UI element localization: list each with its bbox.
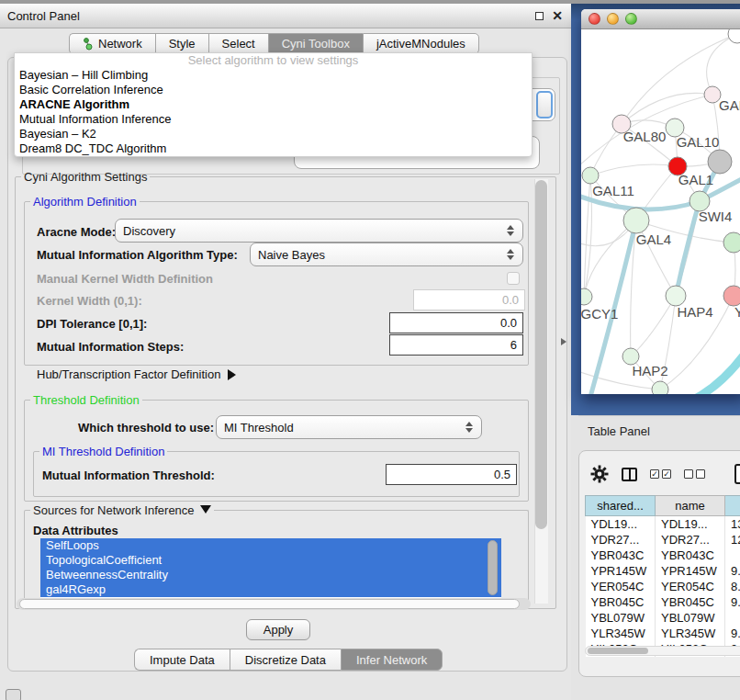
attribute-item[interactable]: BetweennessCentrality (40, 568, 501, 582)
kernel-width-field[interactable] (413, 289, 525, 310)
settings-vscroll-thumb[interactable] (535, 180, 547, 529)
table-hscroll-track[interactable] (585, 646, 740, 656)
network-edge (695, 344, 740, 394)
network-edge (584, 175, 591, 297)
table-cell: YBR045C (586, 594, 656, 610)
checkbox-checked-icon: ✓ (662, 469, 671, 479)
table-cell: 12 (725, 532, 740, 548)
dropdown-item[interactable]: ARACNE Algorithm (15, 97, 532, 112)
mi-steps-field[interactable] (389, 334, 523, 356)
tab-jactivemnodules[interactable]: jActiveMNodules (363, 33, 479, 54)
table-cell (725, 548, 740, 563)
table-hscroll-thumb[interactable] (588, 648, 648, 654)
node-label: GCY1 (581, 306, 618, 322)
table-cell: YPR145W (586, 563, 656, 579)
window-zoom-button[interactable] (625, 13, 637, 25)
network-window-titlebar (581, 9, 740, 29)
hub-section-toggle[interactable]: Hub/Transcription Factor Definition (37, 367, 236, 381)
dropdown-prompt: Select algorithm to view settings (15, 53, 532, 68)
apply-button[interactable]: Apply (246, 619, 310, 640)
manual-kernel-checkbox[interactable] (507, 272, 520, 285)
network-edge (590, 164, 678, 175)
aracne-mode-combo[interactable]: Discovery (115, 219, 523, 243)
manual-kernel-label: Manual Kernel Width Definition (37, 272, 213, 286)
node-label: GAL80 (623, 129, 667, 144)
mi-type-combo[interactable]: Naive Bayes (250, 243, 523, 266)
dpi-tolerance-label: DPI Tolerance [0,1]: (37, 317, 147, 331)
sources-toggle[interactable]: Sources for Network Inference (30, 503, 214, 517)
network-graph[interactable]: GAL80GAL10GAL1GAL11SWI4GAL4GCY1HAP4HAP2G… (581, 29, 740, 394)
tab-style[interactable]: Style (155, 33, 208, 54)
table-row[interactable]: YDR27...YDR27...12 (586, 532, 740, 548)
network-node[interactable] (708, 150, 732, 174)
mi-threshold-field[interactable] (386, 464, 517, 485)
attribute-item[interactable]: SelfLoops (40, 538, 501, 553)
table-row[interactable]: YBR045CYBR045C9. (586, 594, 740, 610)
node-table: shared...nameYDL19...YDL19...13YDR27...Y… (585, 495, 740, 657)
dpi-tolerance-field[interactable] (389, 312, 523, 333)
table-toolbar: ✓ ✓ (590, 462, 740, 486)
table-row[interactable]: YER054CYER054C8. (586, 579, 740, 594)
window-minimize-button[interactable] (607, 13, 619, 25)
table-row[interactable]: YBL079WYBL079W (586, 610, 740, 626)
dropdown-item[interactable]: Bayesian – K2 (15, 127, 532, 141)
tab-select[interactable]: Select (208, 33, 268, 54)
deselect-all-columns-button[interactable] (684, 469, 705, 479)
settings-hscroll-thumb[interactable] (19, 599, 520, 609)
table-row[interactable]: YPR145WYPR145W9. (586, 563, 740, 579)
bottom-tab-infer-network[interactable]: Infer Network (341, 649, 443, 671)
tab-cyni-toolbox[interactable]: Cyni Toolbox (268, 33, 363, 54)
bottom-tab-impute-data[interactable]: Impute Data (134, 649, 230, 671)
panel-collapse-icon[interactable] (561, 338, 566, 345)
node-label: GAL11 (592, 183, 634, 198)
tab-network[interactable]: Network (69, 33, 155, 54)
aracne-mode-label: Aracne Mode: (37, 225, 116, 239)
corner-chip-icon[interactable] (6, 689, 21, 700)
table-row[interactable]: YDL19...YDL19...13 (586, 516, 740, 532)
attribute-item[interactable]: gal4RGexp (40, 582, 501, 597)
network-node[interactable] (623, 208, 649, 233)
network-node[interactable] (582, 167, 599, 184)
dropdown-item[interactable]: Bayesian – Hill Climbing (15, 68, 532, 83)
close-panel-button[interactable]: ✕ (551, 9, 564, 22)
dropdown-item[interactable]: Mutual Information Inference (15, 112, 532, 127)
network-node[interactable] (723, 232, 740, 253)
table-cell: YBR043C (656, 548, 725, 563)
checkbox-checked-icon: ✓ (650, 469, 659, 479)
checkbox-unchecked-icon (696, 469, 705, 479)
network-node[interactable] (581, 288, 592, 305)
focused-spinner-icon[interactable] (536, 91, 553, 119)
table-cell: 9. (725, 594, 740, 610)
network-edge (631, 296, 676, 356)
table-row[interactable]: YBR043CYBR043C (586, 548, 740, 563)
gear-icon[interactable] (590, 465, 609, 483)
mi-steps-label: Mutual Information Steps: (37, 340, 184, 354)
network-node[interactable] (728, 29, 740, 43)
column-header[interactable]: name (656, 496, 725, 516)
page-icon[interactable] (734, 464, 740, 484)
dropdown-item[interactable]: Basic Correlation Inference (15, 83, 532, 97)
node-label: Y (734, 304, 740, 320)
table-row[interactable]: YLR345WYLR345W9. (586, 626, 740, 641)
which-threshold-combo[interactable]: MI Threshold (216, 415, 482, 439)
window-close-button[interactable] (589, 13, 600, 25)
dropdown-item[interactable]: Dream8 DC_TDC Algorithm (15, 141, 532, 156)
select-all-columns-button[interactable]: ✓ ✓ (650, 469, 671, 479)
attributes-scrollbar[interactable] (488, 540, 498, 595)
tab-label: jActiveMNodules (376, 37, 465, 51)
aracne-mode-value: Discovery (123, 224, 506, 238)
table-cell: YER054C (656, 579, 725, 594)
bottom-tab-discretize-data[interactable]: Discretize Data (230, 649, 341, 671)
network-node[interactable] (723, 286, 740, 306)
hub-section-label: Hub/Transcription Factor Definition (37, 367, 220, 381)
kernel-width-label: Kernel Width (0,1): (37, 294, 142, 308)
table-cell: YDL19... (656, 516, 725, 532)
data-attributes-list: SelfLoopsTopologicalCoefficientBetweenne… (40, 538, 501, 599)
columns-icon[interactable] (622, 468, 637, 481)
attribute-item[interactable]: TopologicalCoefficient (40, 553, 501, 568)
column-header[interactable] (725, 496, 740, 516)
network-node[interactable] (666, 286, 686, 306)
network-node[interactable] (652, 381, 668, 394)
column-header[interactable]: shared... (586, 496, 656, 516)
float-panel-button[interactable] (533, 9, 545, 22)
